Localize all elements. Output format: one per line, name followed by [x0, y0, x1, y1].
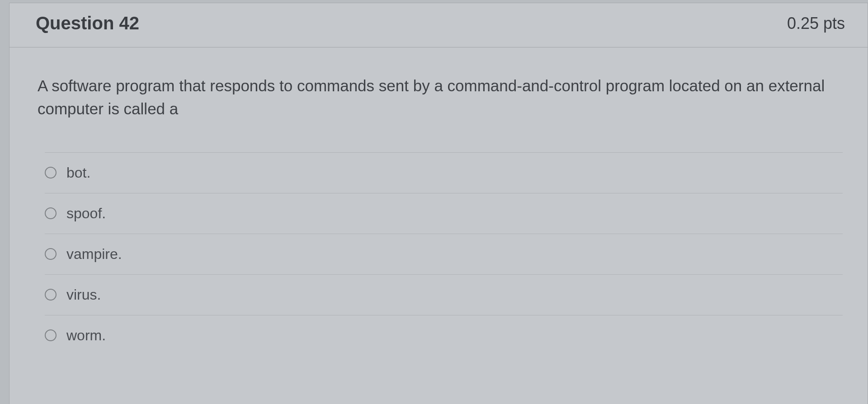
radio-input-worm[interactable] [45, 329, 57, 341]
option-label[interactable]: bot. [66, 164, 90, 181]
option-row[interactable]: worm. [45, 315, 843, 348]
option-row[interactable]: spoof. [45, 193, 843, 234]
radio-input-virus[interactable] [45, 289, 57, 301]
option-row[interactable]: vampire. [45, 234, 843, 274]
question-header: Question 42 0.25 pts [9, 3, 868, 47]
option-label[interactable]: virus. [66, 287, 101, 303]
options-list: bot. spoof. vampire. virus. worm. [38, 152, 843, 348]
radio-input-bot[interactable] [45, 167, 57, 179]
option-label[interactable]: vampire. [66, 246, 122, 263]
radio-input-spoof[interactable] [45, 207, 57, 219]
question-title: Question 42 [36, 13, 139, 33]
option-row[interactable]: bot. [45, 152, 843, 193]
question-body: A software program that responds to comm… [9, 47, 868, 353]
question-points: 0.25 pts [787, 14, 845, 33]
radio-input-vampire[interactable] [45, 248, 57, 260]
option-row[interactable]: virus. [45, 274, 843, 315]
option-label[interactable]: spoof. [66, 205, 106, 222]
question-card: Question 42 0.25 pts A software program … [9, 3, 868, 404]
question-prompt: A software program that responds to comm… [38, 75, 843, 121]
option-label[interactable]: worm. [66, 327, 106, 344]
